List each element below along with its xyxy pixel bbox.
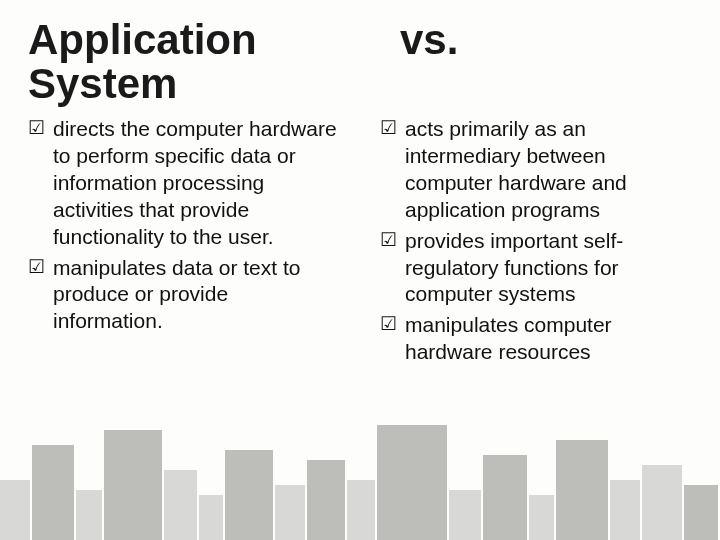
checkbox-icon: ☑	[380, 312, 397, 337]
list-item: ☑ acts primarily as an intermediary betw…	[380, 116, 692, 224]
checkbox-icon: ☑	[28, 116, 45, 141]
title-application: Application	[28, 18, 320, 62]
title-system: System	[28, 62, 320, 106]
checkbox-icon: ☑	[28, 255, 45, 280]
title-right-col: vs.	[400, 18, 692, 106]
skyline-decoration	[0, 410, 720, 540]
list-item: ☑ manipulates data or text to produce or…	[28, 255, 340, 336]
list-item: ☑ provides important self-regulatory fun…	[380, 228, 692, 309]
title-vs: vs.	[400, 18, 692, 62]
slide: Application System vs. ☑ directs the com…	[0, 0, 720, 540]
left-column: ☑ directs the computer hardware to perfo…	[28, 116, 340, 370]
bullet-text: directs the computer hardware to perform…	[53, 116, 340, 250]
content-columns: ☑ directs the computer hardware to perfo…	[28, 116, 692, 370]
right-column: ☑ acts primarily as an intermediary betw…	[380, 116, 692, 370]
bullet-text: acts primarily as an intermediary betwee…	[405, 116, 692, 224]
checkbox-icon: ☑	[380, 228, 397, 253]
checkbox-icon: ☑	[380, 116, 397, 141]
bullet-text: provides important self-regulatory funct…	[405, 228, 692, 309]
list-item: ☑ manipulates computer hardware resource…	[380, 312, 692, 366]
title-row: Application System vs.	[28, 18, 692, 106]
bullet-text: manipulates computer hardware resources	[405, 312, 692, 366]
list-item: ☑ directs the computer hardware to perfo…	[28, 116, 340, 250]
title-left-col: Application System	[28, 18, 320, 106]
bullet-text: manipulates data or text to produce or p…	[53, 255, 340, 336]
